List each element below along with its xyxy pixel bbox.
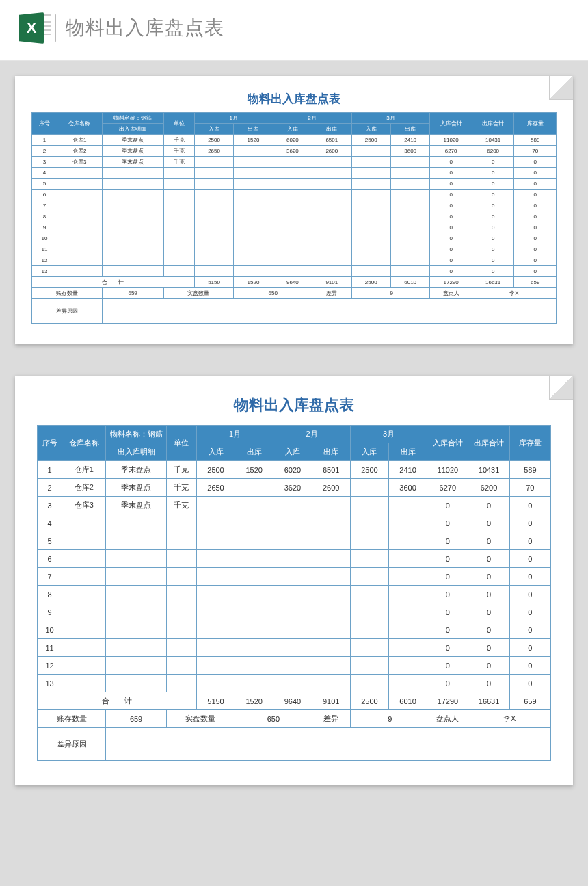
cell-stock: 0 (509, 657, 550, 675)
cell-m1in (194, 244, 233, 255)
cell-tout: 10431 (472, 135, 514, 146)
table-row: 9000 (32, 222, 557, 233)
cell-m1out (234, 211, 273, 222)
cell-m1in (194, 200, 233, 211)
cell-m3out (389, 497, 427, 514)
cell-m1out (235, 532, 273, 550)
cell-detail (106, 621, 166, 639)
cell-stock: 589 (509, 461, 550, 479)
cell-m1out (234, 190, 273, 200)
cell-tout: 0 (472, 179, 514, 190)
cell-m3in (350, 621, 388, 639)
cell-m2out (312, 657, 350, 675)
cell-m3in (350, 568, 388, 586)
cell-m3out (390, 179, 429, 190)
th-intotal: 入库合计 (430, 113, 472, 135)
table-row: 10000 (38, 621, 551, 639)
cell-stock: 0 (514, 168, 557, 179)
cell-m1out: 1520 (234, 135, 273, 146)
checker: 李X (468, 710, 551, 728)
totals-row: 合 计 5150 1520 9640 9101 2500 6010 17290 … (32, 277, 557, 288)
cell-seq: 5 (32, 179, 57, 190)
cell-detail (102, 233, 163, 244)
cell-tout: 0 (472, 255, 514, 266)
cell-unit (166, 586, 196, 603)
cell-unit (163, 255, 194, 266)
cell-m3out (389, 514, 427, 532)
th-out: 出库 (235, 443, 273, 461)
cell-detail (106, 568, 166, 586)
cell-stock: 0 (514, 190, 557, 200)
cell-m2in: 6020 (273, 135, 312, 146)
cell-tin: 0 (427, 639, 468, 657)
table-summary: 合 计 5150 1520 9640 9101 2500 6010 17290 … (38, 692, 551, 761)
cell-stock: 0 (509, 621, 550, 639)
th-in: 入库 (194, 124, 233, 135)
cell-m3in (351, 244, 390, 255)
cell-tin: 0 (427, 532, 468, 550)
cell-stock: 0 (509, 497, 550, 514)
cell-warehouse (62, 639, 106, 657)
checker-label: 盘点人 (430, 288, 472, 299)
cell-unit: 千克 (163, 157, 194, 168)
cell-tin: 0 (427, 621, 468, 639)
cell-detail (106, 586, 166, 603)
cell-m3out (389, 603, 427, 621)
cell-m3out (390, 266, 429, 277)
cell: 659 (514, 277, 557, 288)
cell-unit: 千克 (166, 479, 196, 497)
cell-seq: 9 (32, 222, 57, 233)
cell-stock: 70 (514, 146, 557, 157)
diff: -9 (350, 710, 427, 728)
cell-m2out (312, 568, 350, 586)
cell-m2in (273, 168, 312, 179)
cell-tout: 0 (472, 233, 514, 244)
th-in: 入库 (273, 124, 312, 135)
cell-warehouse (62, 532, 106, 550)
cell-m1in (196, 568, 235, 586)
cell-m2in (273, 621, 312, 639)
cell-tout: 0 (468, 675, 509, 692)
cell-m3in (350, 639, 388, 657)
cell-m3in (351, 157, 390, 168)
actual-qty-label: 实盘数量 (163, 288, 234, 299)
cell-m2out (312, 255, 351, 266)
cell-m1out (235, 568, 273, 586)
cell-m2in (273, 266, 312, 277)
cell-seq: 1 (38, 461, 62, 479)
cell-detail (102, 168, 163, 179)
cell-m1in (194, 190, 233, 200)
th-month2: 2月 (273, 426, 350, 443)
cell-stock: 589 (514, 135, 557, 146)
cell-m1out (234, 146, 273, 157)
table-row: 5000 (38, 532, 551, 550)
cell: 1520 (235, 692, 273, 710)
cell-tin: 0 (430, 179, 472, 190)
table-body-small: 1仓库1季末盘点千克250015206020650125002410110201… (32, 135, 557, 277)
cell-m3out (390, 157, 429, 168)
diff-label: 差异 (312, 288, 351, 299)
cell-m1in (194, 255, 233, 266)
cell-tin: 0 (430, 255, 472, 266)
cell-m2out (312, 190, 351, 200)
cell-detail (106, 657, 166, 675)
table-row: 9000 (38, 603, 551, 621)
cell: 659 (509, 692, 550, 710)
cell-tin: 6270 (430, 146, 472, 157)
cell-m3out: 2410 (390, 135, 429, 146)
cell-stock: 0 (509, 586, 550, 603)
cell-m1out (235, 675, 273, 692)
cell-stock: 0 (509, 603, 550, 621)
cell-m2in (273, 497, 312, 514)
cell-tin: 0 (430, 157, 472, 168)
totals-label: 合 计 (38, 692, 197, 710)
cell-seq: 6 (32, 190, 57, 200)
th-outtotal: 出库合计 (472, 113, 514, 135)
cell-warehouse (62, 568, 106, 586)
cell-m1out (235, 550, 273, 568)
diff-label: 差异 (312, 710, 350, 728)
table-row: 13000 (32, 266, 557, 277)
cell-tin: 0 (430, 190, 472, 200)
cell-tout: 0 (468, 586, 509, 603)
cell-detail (102, 211, 163, 222)
